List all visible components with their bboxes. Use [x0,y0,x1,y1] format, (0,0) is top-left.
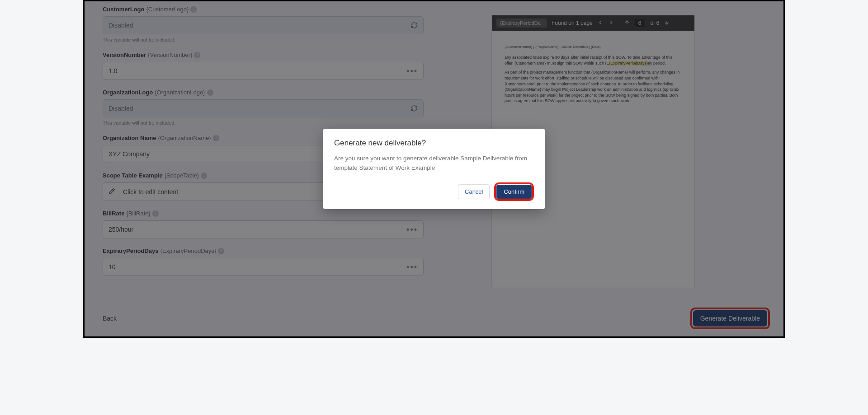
cancel-button[interactable]: Cancel [458,184,490,199]
modal-title: Generate new deliverable? [334,139,534,148]
modal-overlay[interactable]: Generate new deliverable? Are you sure y… [85,1,783,336]
confirm-button[interactable]: Confirm [496,185,532,199]
confirm-modal: Generate new deliverable? Are you sure y… [323,129,545,209]
modal-body: Are you sure you want to generate delive… [334,154,534,173]
app-frame: CustomerLogo {CustomerLogo} i Disabled T… [83,0,785,338]
modal-actions: Cancel Confirm [334,182,534,201]
highlight-ring: Confirm [494,182,534,201]
